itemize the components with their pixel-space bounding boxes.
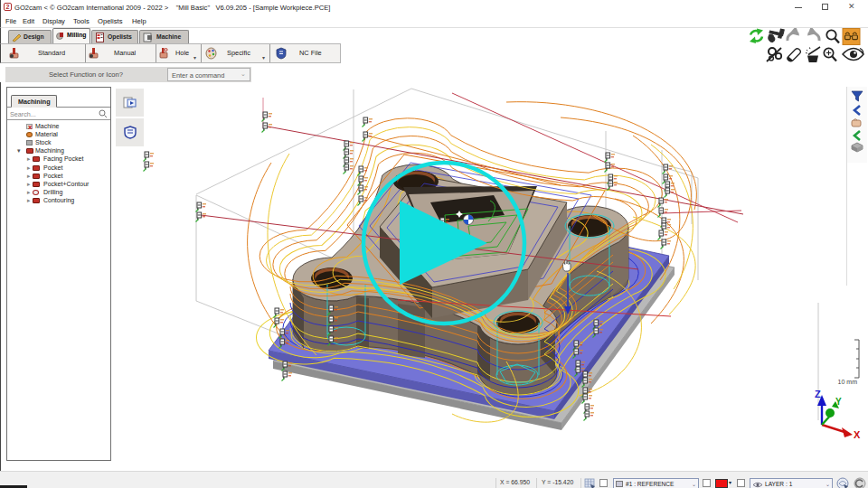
svg-text:Y: Y bbox=[835, 397, 842, 407]
svg-text:Z: Z bbox=[815, 389, 821, 399]
